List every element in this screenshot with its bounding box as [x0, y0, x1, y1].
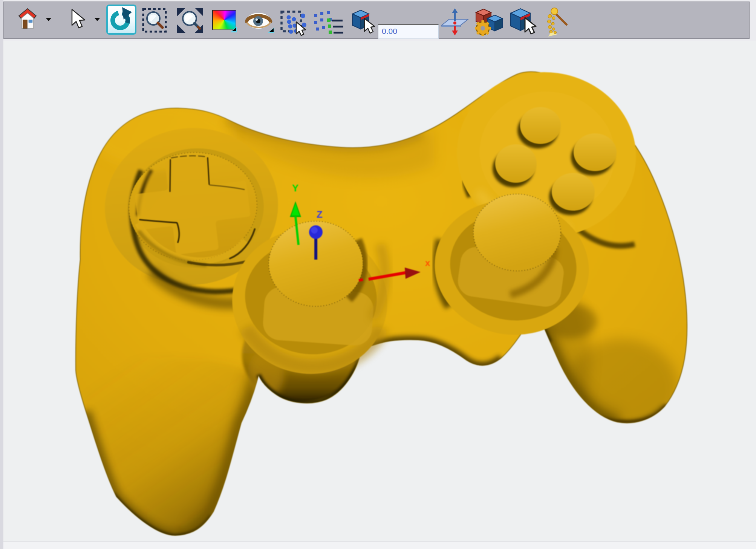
svg-text:x: x [425, 258, 430, 268]
svg-text:Z: Z [317, 209, 323, 220]
svg-text:Y: Y [292, 182, 298, 194]
